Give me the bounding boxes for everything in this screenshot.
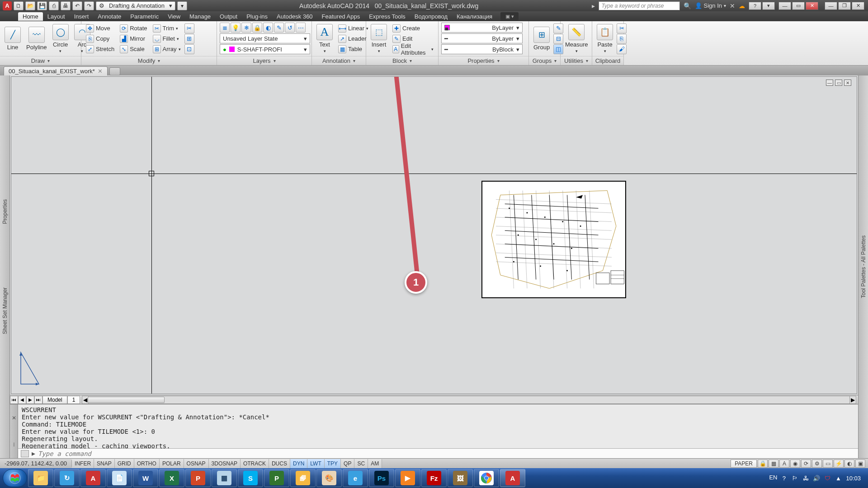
sb-annoauto-icon[interactable]: ⟳ <box>801 460 811 468</box>
toggle-snap[interactable]: SNAP <box>94 459 115 468</box>
insert-button[interactable]: ⬚Insert▾ <box>369 23 389 54</box>
qat-new-icon[interactable]: 🗋 <box>14 1 24 10</box>
array-button[interactable]: ⊞Array ▾ <box>151 44 183 54</box>
create-block-button[interactable]: ✚Create <box>391 23 435 33</box>
layer-current-selector[interactable]: ● S-SHAFT-PROFI▾ <box>220 44 310 54</box>
trim-button[interactable]: ✂Trim ▾ <box>151 23 183 33</box>
toggle-am[interactable]: AM <box>368 459 382 468</box>
paste-button[interactable]: 📋Paste▾ <box>595 23 615 54</box>
layout-next-icon[interactable]: ▶ <box>26 396 34 404</box>
task-sync[interactable]: ↻ <box>54 469 80 487</box>
task-powerpoint[interactable]: P <box>185 469 211 487</box>
edit-attr-button[interactable]: AEdit Attributes▾ <box>391 44 435 54</box>
panel-draw-title[interactable]: Draw <box>0 56 81 65</box>
text-button[interactable]: AText▾ <box>315 23 335 54</box>
viewport-max-icon[interactable]: ▭ <box>835 80 842 86</box>
task-autocad-1[interactable]: A <box>80 469 106 487</box>
linetype-selector[interactable]: ━ByLayer▾ <box>441 33 523 43</box>
tray-icons[interactable]: EN ? 🏳 🖧 🔊 🛡 ▲ <box>769 474 842 482</box>
menu-annotate[interactable]: Annotate <box>93 12 126 21</box>
qat-undo-icon[interactable]: ↶ <box>72 1 82 10</box>
cut-icon[interactable]: ✂ <box>617 23 627 33</box>
matchprop-icon[interactable]: 🖌 <box>617 44 627 54</box>
horizontal-scrollbar[interactable]: ◀ ▶ <box>82 396 856 404</box>
menu-autodesk-360[interactable]: Autodesk 360 <box>272 12 317 21</box>
qat-save-icon[interactable]: 💾 <box>37 1 47 10</box>
sb-workspace-icon[interactable]: ⚙ <box>812 460 822 468</box>
task-explorer[interactable]: 📁 <box>28 469 53 487</box>
tray-volume-icon[interactable]: 🔊 <box>812 474 821 482</box>
task-media[interactable]: ▶ <box>395 469 420 487</box>
task-project[interactable]: P <box>264 469 289 487</box>
toggle-osnap[interactable]: OSNAP <box>184 459 209 468</box>
layout-last-icon[interactable]: ⏭ <box>34 396 42 404</box>
panel-groups-title[interactable]: Groups <box>529 56 560 65</box>
sb-annoviz-icon[interactable]: ◉ <box>790 460 800 468</box>
search-icon[interactable]: 🔍 <box>684 2 691 9</box>
menu-manage[interactable]: Manage <box>185 12 215 21</box>
sb-hardware-icon[interactable]: ⚡ <box>834 460 844 468</box>
toggle-sc[interactable]: SC <box>354 459 368 468</box>
layout-tab-model[interactable]: Model <box>42 396 67 404</box>
doc-restore-button[interactable]: ❐ <box>838 2 851 10</box>
scale-button[interactable]: ⤡Scale <box>118 44 149 54</box>
task-autocad-2[interactable]: A <box>500 469 525 487</box>
linear-dim-button[interactable]: ⟷Linear▾ <box>336 23 370 33</box>
qat-print-icon[interactable]: 🖶 <box>61 1 71 10</box>
sb-toolbar-icon[interactable]: ▭ <box>823 460 833 468</box>
space-indicator[interactable]: PAPER <box>731 460 757 468</box>
toggle-tpy[interactable]: TPY <box>325 459 341 468</box>
right-palette-bar[interactable]: Tool Palettes - All Palettes <box>858 75 868 458</box>
modify-extra-3[interactable]: ⊡ <box>184 44 194 54</box>
close-tab-icon[interactable]: ✕ <box>98 68 103 75</box>
layer-iso-icon[interactable]: ◐ <box>263 23 273 33</box>
task-gimp[interactable]: 🖼 <box>448 469 473 487</box>
tray-help-icon[interactable]: ? <box>780 474 788 482</box>
scrollbar-thumb[interactable] <box>88 397 165 403</box>
mirror-button[interactable]: ▟Mirror <box>118 34 149 44</box>
color-selector[interactable]: ■ByLayer▾ <box>441 23 523 33</box>
viewport-min-icon[interactable]: — <box>826 80 833 86</box>
cmd-handle-icon[interactable]: ⁞ <box>10 432 18 459</box>
coordinates-display[interactable]: -2969.07, 1142.42, 0.00 <box>0 460 72 467</box>
workspace-selector[interactable]: ⚙ Drafting & Annotation ▾ <box>96 1 175 10</box>
task-notepad[interactable]: 📄 <box>107 469 132 487</box>
measure-button[interactable]: 📏Measure▾ <box>563 23 590 54</box>
lineweight-selector[interactable]: ━ByBlock▾ <box>441 44 523 54</box>
close-button[interactable]: ✕ <box>806 2 818 10</box>
task-paint[interactable]: 🎨 <box>316 469 342 487</box>
panel-modify-title[interactable]: Modify <box>81 56 217 65</box>
layer-state-selector[interactable]: Unsaved Layer State▾ <box>220 33 310 43</box>
layout-tab-1[interactable]: 1 <box>67 396 80 404</box>
toggle-ortho[interactable]: ORTHO <box>134 459 160 468</box>
task-notes[interactable]: 🗊 <box>290 469 316 487</box>
stretch-button[interactable]: ⤢Stretch <box>84 44 116 54</box>
toggle-otrack[interactable]: OTRACK <box>241 459 269 468</box>
clock[interactable]: 10:03 <box>846 475 861 482</box>
copy-icon[interactable]: ⎘ <box>617 34 627 44</box>
sb-grid-icon[interactable]: ▦ <box>769 460 778 468</box>
menu-expand-icon[interactable]: ▣ ▾ <box>500 12 519 20</box>
layer-match-icon[interactable]: ✎ <box>274 23 284 33</box>
command-history[interactable]: WSCURRENT Enter new value for WSCURRENT … <box>18 404 858 448</box>
command-input[interactable] <box>38 450 855 457</box>
minimize-button[interactable]: — <box>778 2 791 10</box>
menu-layout[interactable]: Layout <box>43 12 70 21</box>
sb-lock-icon[interactable]: 🔒 <box>758 460 768 468</box>
task-chrome[interactable] <box>474 469 499 487</box>
menu-output[interactable]: Output <box>215 12 242 21</box>
layout-prev-icon[interactable]: ◀ <box>18 396 26 404</box>
sheetset-palette-tab[interactable]: Sheet Set Manager <box>2 287 8 334</box>
toggle-ducs[interactable]: DUCS <box>269 459 290 468</box>
panel-utilities-title[interactable]: Utilities <box>561 56 592 65</box>
menu-express-tools[interactable]: Express Tools <box>364 12 410 21</box>
toggle-polar[interactable]: POLAR <box>160 459 184 468</box>
layer-prop-icon[interactable]: ≣ <box>220 23 230 33</box>
panel-layers-title[interactable]: Layers <box>217 56 311 65</box>
layer-more-icon[interactable]: ⋯ <box>296 23 306 33</box>
sb-clean-icon[interactable]: ▣ <box>855 460 865 468</box>
rotate-button[interactable]: ⟳Rotate <box>118 23 149 33</box>
toggle-dyn[interactable]: DYN <box>290 459 307 468</box>
doc-minimize-button[interactable]: — <box>825 2 837 10</box>
qat-redo-icon[interactable]: ↷ <box>84 1 94 10</box>
